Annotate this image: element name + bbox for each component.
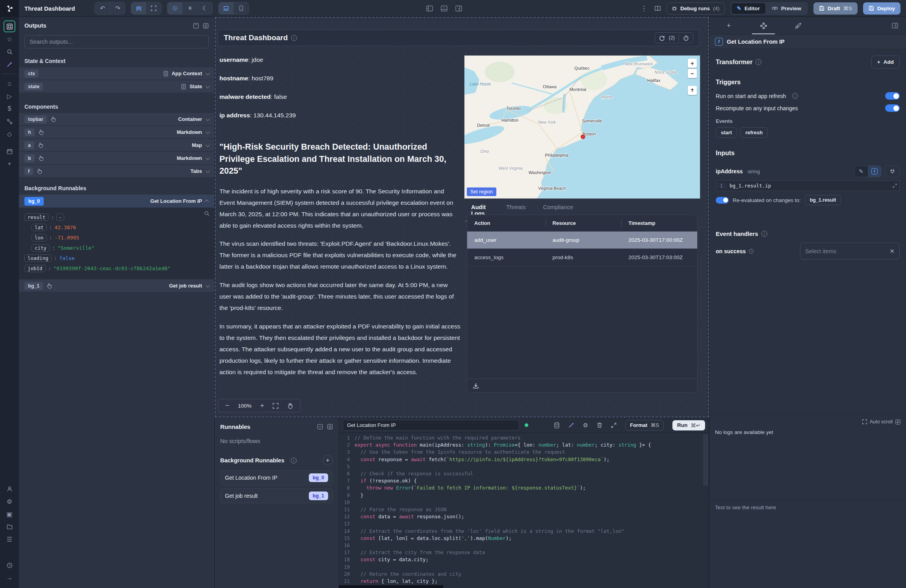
chevron-up-icon[interactable] bbox=[204, 199, 209, 204]
preview-tab[interactable]: Preview bbox=[766, 3, 807, 14]
panel-list-icon[interactable] bbox=[327, 424, 333, 430]
chevron-down-icon[interactable] bbox=[206, 283, 210, 287]
event-chip-refresh[interactable]: refresh bbox=[740, 127, 768, 138]
app-canvas[interactable]: Threat Dashboard i (2) username: jdoehos… bbox=[215, 17, 709, 417]
map-zoom-out-button[interactable]: − bbox=[688, 69, 697, 78]
tree-row-lat[interactable]: lat:42.3876 bbox=[32, 224, 209, 231]
collapse-right-panel-icon[interactable] bbox=[892, 23, 898, 28]
component-row-a[interactable]: aMap bbox=[19, 139, 214, 151]
topbar-container-component[interactable]: Threat Dashboard i (2) bbox=[218, 30, 699, 46]
download-icon[interactable] bbox=[473, 382, 479, 389]
ai-wand-icon[interactable] bbox=[568, 422, 574, 428]
column-header-action[interactable]: Action bbox=[467, 215, 546, 231]
toggle-bottom-panel-icon[interactable] bbox=[441, 6, 447, 11]
run-on-start-toggle[interactable] bbox=[885, 92, 900, 100]
rail-workers-icon[interactable]: ▣ bbox=[4, 508, 15, 520]
code-area[interactable]: 12345678910111213141516171819202122 // D… bbox=[339, 433, 709, 588]
static-mode-icon[interactable]: ✎ bbox=[854, 166, 868, 177]
component-row-h[interactable]: hMarkdown bbox=[19, 126, 214, 138]
zoom-out-button[interactable]: − bbox=[225, 402, 229, 410]
auto-theme-button[interactable] bbox=[167, 2, 182, 14]
tree-row-lon[interactable]: lon:-71.0995 bbox=[32, 234, 209, 241]
map-component[interactable]: QuébecMontréalOttawaTorontoHamiltonDetro… bbox=[464, 55, 700, 199]
insert-tab[interactable]: + bbox=[717, 17, 740, 34]
rail-user-icon[interactable] bbox=[4, 483, 15, 495]
rail-collapse-icon[interactable]: → bbox=[4, 572, 15, 584]
rail-home-icon[interactable]: ⌂ bbox=[4, 78, 15, 89]
tree-search-icon[interactable] bbox=[204, 211, 210, 216]
component-row-topbar[interactable]: topbarContainer bbox=[19, 113, 214, 125]
toggle-right-panel-icon[interactable] bbox=[455, 6, 462, 11]
zoom-in-button[interactable]: + bbox=[260, 402, 264, 410]
undo-button[interactable]: ↶ bbox=[95, 2, 110, 14]
zero-position-button[interactable]: |0| bbox=[131, 2, 146, 14]
docs-book-icon[interactable] bbox=[654, 6, 661, 11]
map-locate-button[interactable] bbox=[688, 86, 697, 95]
components-settings-tab[interactable] bbox=[752, 17, 775, 34]
tree-row-city[interactable]: city:"Somerville" bbox=[32, 244, 209, 252]
expand-expression-icon[interactable] bbox=[893, 184, 897, 188]
rail-add-icon[interactable]: + bbox=[4, 158, 15, 170]
code-content[interactable]: // Define the main function with the req… bbox=[355, 434, 709, 588]
expand-logs-icon[interactable] bbox=[862, 419, 867, 424]
run-button[interactable]: Run ⌘↵ bbox=[672, 420, 705, 430]
rail-help-icon[interactable] bbox=[4, 559, 15, 571]
script-name-input[interactable]: Get Location From IP bbox=[343, 420, 519, 430]
panel-down-icon[interactable] bbox=[317, 424, 323, 430]
refresh-icon[interactable] bbox=[659, 35, 665, 41]
reeval-dependency-chip[interactable]: bg_1.result bbox=[805, 195, 841, 205]
column-header-timestamp[interactable]: Timestamp bbox=[621, 215, 697, 231]
component-row-b[interactable]: bMarkdown bbox=[19, 152, 214, 164]
database-icon[interactable] bbox=[554, 422, 560, 428]
reeval-toggle[interactable] bbox=[716, 197, 729, 204]
trash-icon[interactable] bbox=[597, 422, 602, 428]
map-canvas[interactable]: QuébecMontréalOttawaTorontoHamiltonDetro… bbox=[464, 56, 700, 198]
output-row-state[interactable]: stateState bbox=[19, 80, 214, 93]
rail-ai-wand-icon[interactable] bbox=[4, 58, 15, 70]
pan-hand-icon[interactable] bbox=[287, 403, 293, 409]
map-marker[interactable] bbox=[581, 135, 585, 139]
editor-tab[interactable]: ✎ Editor bbox=[731, 3, 765, 14]
format-button[interactable]: Format ⌘S bbox=[625, 420, 664, 430]
collapse-panel-icon[interactable] bbox=[193, 23, 199, 29]
horizontal-scrollbar[interactable] bbox=[339, 585, 443, 588]
settings-gear-icon[interactable]: ⚙ bbox=[583, 422, 588, 429]
mobile-view-button[interactable] bbox=[234, 2, 249, 14]
fit-frame-icon[interactable] bbox=[273, 403, 278, 409]
ipaddress-expression-input[interactable]: 1 bg_1.result.ip bbox=[716, 180, 900, 191]
rail-schedules-icon[interactable]: ◇ bbox=[4, 128, 15, 140]
on-success-select[interactable]: Select items ✕ bbox=[800, 243, 900, 260]
desktop-view-button[interactable] bbox=[219, 2, 234, 14]
expression-mode-icon[interactable]: f bbox=[868, 166, 881, 177]
runnable-item-bg_1[interactable]: Get job resultbg_1 bbox=[220, 488, 333, 503]
set-region-button[interactable]: Set region bbox=[467, 187, 496, 196]
more-menu-icon[interactable]: ⋮ bbox=[639, 4, 649, 13]
timer-icon[interactable] bbox=[683, 35, 689, 41]
component-row-f[interactable]: fTabs bbox=[19, 165, 214, 177]
deploy-button[interactable]: Deploy bbox=[863, 2, 900, 15]
connect-plug-icon[interactable] bbox=[885, 165, 900, 177]
expand-editor-icon[interactable] bbox=[611, 423, 616, 428]
rail-search-icon[interactable] bbox=[4, 46, 15, 58]
app-logo[interactable] bbox=[0, 0, 19, 17]
tree-row-loading[interactable]: loading:false bbox=[24, 254, 209, 262]
light-theme-button[interactable]: ☀ bbox=[182, 2, 197, 14]
add-background-runnable-button[interactable]: + bbox=[323, 455, 333, 466]
recompute-toggle[interactable] bbox=[885, 104, 900, 112]
rail-runs-icon[interactable]: ▷ bbox=[4, 90, 15, 102]
rail-settings-icon[interactable]: ⚙ bbox=[4, 495, 15, 507]
list-panel-icon[interactable] bbox=[203, 23, 209, 29]
bg1-output-row[interactable]: bg_1 Get job result bbox=[19, 280, 214, 292]
clear-select-icon[interactable]: ✕ bbox=[889, 248, 895, 255]
event-chip-start[interactable]: start bbox=[716, 127, 737, 138]
rail-resources-icon[interactable] bbox=[4, 115, 15, 127]
rail-favorites-icon[interactable]: ☆ bbox=[4, 33, 15, 45]
map-zoom-in-button[interactable]: + bbox=[688, 59, 697, 68]
redo-button[interactable]: ↷ bbox=[110, 2, 125, 14]
draft-button[interactable]: Draft ⌘S bbox=[813, 2, 858, 15]
theme-tab[interactable] bbox=[787, 17, 809, 34]
search-outputs-input[interactable]: Search outputs... bbox=[24, 35, 209, 48]
table-row[interactable]: access_logsprod-k8s2025-03-30T17:03:00Z bbox=[467, 249, 697, 266]
tree-row-jobId[interactable]: jobId:"0199390f-2843-ceac-dc03-cf8b242a1… bbox=[24, 265, 209, 272]
column-header-resource[interactable]: Resource bbox=[546, 215, 622, 231]
